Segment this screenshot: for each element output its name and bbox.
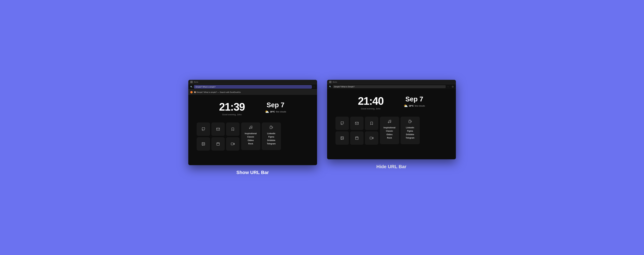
weather-icon-right: ⛅ bbox=[404, 104, 408, 108]
app-tile-image-right[interactable] bbox=[336, 131, 349, 145]
social-playlist-items-left: Linkedin Figma Dribbble Telegram bbox=[267, 132, 276, 145]
app-tile-github-left[interactable] bbox=[197, 122, 210, 136]
left-caption: Show URL Bar bbox=[236, 170, 269, 175]
browser-logo-left bbox=[190, 81, 193, 83]
newtab-header-right: 21:40 Good evening, John Sep 7 ⛅ 19°C fe… bbox=[336, 96, 448, 110]
playlist-item-figma-left: Figma bbox=[268, 136, 274, 138]
app-icons-grid-left bbox=[197, 122, 240, 151]
clock-section-right: 21:40 Good evening, John bbox=[358, 96, 384, 110]
browser-urlbar-right[interactable]: 🔍 Simple? What is Simple? → ⚙ bbox=[327, 84, 456, 89]
svg-marker-6 bbox=[233, 143, 234, 145]
playlist-tile-social-left[interactable]: Linkedin Figma Dribbble Telegram bbox=[262, 122, 281, 150]
newtab-content-right: 21:40 Good evening, John Sep 7 ⛅ 19°C fe… bbox=[327, 89, 456, 159]
app-icons-grid-right bbox=[336, 117, 378, 145]
music-playlist-items-right: Inspirational Classic Oldies Rock bbox=[384, 126, 395, 139]
svg-marker-19 bbox=[372, 137, 373, 139]
search-icon-left: 🔍 bbox=[190, 86, 193, 88]
cup-icon-right bbox=[408, 120, 412, 124]
app-tile-bookmark-right[interactable] bbox=[365, 117, 378, 130]
right-caption: Hide URL Bar bbox=[376, 164, 406, 169]
app-grid-area-left: Inspirational Classic Oldies Rock bbox=[197, 122, 309, 151]
playlist-tiles-left: Inspirational Classic Oldies Rock bbox=[241, 122, 281, 150]
url-arrow-right: → bbox=[447, 86, 449, 88]
app-grid-area-right: Inspirational Classic Oldies Rock bbox=[336, 117, 448, 145]
dropdown-item-left[interactable]: 🍱 Simple? What is simple? — Search with … bbox=[188, 90, 317, 94]
playlist-item-classic-left: Classic bbox=[247, 136, 254, 138]
app-tile-calendar-left[interactable] bbox=[212, 137, 225, 151]
playlist-item-linkedin-right: Linkedin bbox=[406, 126, 414, 129]
clock-greeting-left: Good evening, John bbox=[219, 113, 245, 116]
clock-time-right: 21:40 bbox=[358, 96, 384, 106]
music-icon-left bbox=[249, 125, 252, 130]
weather-icon-left: ⛅ bbox=[265, 110, 269, 114]
playlist-item-inspirational-right: Inspirational bbox=[384, 126, 395, 129]
svg-rect-7 bbox=[231, 143, 233, 145]
browser-dropdown-left: 🍱 Simple? What is simple? — Search with … bbox=[188, 89, 317, 95]
newtab-header-left: 21:39 Good evening, John Sep 7 ⛅ 19°C fe… bbox=[197, 102, 309, 116]
playlist-item-telegram-left: Telegram bbox=[267, 143, 276, 145]
app-tile-image-left[interactable] bbox=[197, 137, 210, 151]
svg-point-8 bbox=[249, 128, 250, 129]
weather-section-left: Sep 7 ⛅ 19°C few clouds bbox=[265, 102, 286, 114]
hide-url-bar-section: Bento 🔍 Simple? What is Simple? → ⚙ 21:4… bbox=[327, 80, 456, 169]
playlist-item-figma-right: Figma bbox=[407, 130, 413, 132]
playlist-item-dribbble-right: Dribbble bbox=[406, 133, 414, 136]
app-tile-mail-right[interactable] bbox=[350, 117, 364, 130]
playlist-item-dribbble-left: Dribbble bbox=[267, 139, 276, 142]
app-tile-mail-left[interactable] bbox=[212, 122, 225, 136]
weather-info-left: ⛅ 19°C few clouds bbox=[265, 110, 286, 114]
show-url-bar-section: Bento 🔍 Simple? What is simple? → 🍱 Simp… bbox=[188, 80, 317, 175]
search-icon-right: 🔍 bbox=[329, 86, 332, 88]
social-playlist-items-right: Linkedin Figma Dribbble Telegram bbox=[406, 126, 414, 139]
playlist-item-rock-right: Rock bbox=[387, 137, 392, 139]
url-arrow-left: → bbox=[313, 86, 315, 88]
playlist-item-oldies-left: Oldies bbox=[248, 139, 254, 142]
playlist-item-oldies-right: Oldies bbox=[386, 133, 393, 136]
weather-temp-right: 19°C bbox=[409, 105, 414, 107]
browser-logo-right bbox=[329, 81, 332, 83]
weather-info-right: ⛅ 19°C few clouds bbox=[404, 104, 425, 108]
clock-greeting-right: Good evening, John bbox=[358, 107, 384, 110]
weather-section-right: Sep 7 ⛅ 19°C few clouds bbox=[404, 96, 425, 108]
browser-titlebar-left: Bento bbox=[188, 80, 317, 84]
titlebar-text-left: Bento bbox=[194, 81, 198, 83]
titlebar-text-right: Bento bbox=[333, 81, 337, 83]
playlist-item-classic-right: Classic bbox=[386, 130, 393, 132]
svg-point-21 bbox=[388, 122, 389, 123]
dropdown-text-left: 🍱 Simple? What is simple? — Search with … bbox=[194, 91, 241, 93]
app-tile-calendar-right[interactable] bbox=[350, 131, 364, 145]
weather-date-left: Sep 7 bbox=[265, 102, 286, 108]
weather-desc-right: few clouds bbox=[415, 105, 425, 107]
weather-date-right: Sep 7 bbox=[404, 96, 425, 102]
clock-time-left: 21:39 bbox=[219, 102, 245, 112]
playlist-item-telegram-right: Telegram bbox=[406, 137, 414, 139]
svg-rect-15 bbox=[355, 137, 358, 140]
svg-point-22 bbox=[390, 122, 391, 123]
playlist-item-rock-left: Rock bbox=[248, 143, 253, 145]
browser-window-right: Bento 🔍 Simple? What is Simple? → ⚙ 21:4… bbox=[327, 80, 456, 159]
weather-temp-left: 19°C bbox=[270, 110, 275, 113]
url-input-left[interactable]: Simple? What is simple? bbox=[194, 85, 312, 89]
playlist-item-inspirational-left: Inspirational bbox=[245, 132, 256, 135]
playlist-tile-music-right[interactable]: Inspirational Classic Oldies Rock bbox=[380, 117, 399, 144]
url-text-right: Simple? What is Simple? bbox=[334, 86, 354, 88]
settings-gear-icon[interactable]: ⚙ bbox=[452, 85, 454, 88]
music-icon-right bbox=[388, 120, 391, 124]
url-input-right[interactable]: Simple? What is Simple? bbox=[333, 85, 446, 88]
playlist-tile-social-right[interactable]: Linkedin Figma Dribbble Telegram bbox=[400, 117, 420, 144]
svg-point-9 bbox=[251, 127, 252, 129]
app-tile-video-left[interactable] bbox=[226, 137, 240, 151]
browser-titlebar-right: Bento bbox=[327, 80, 456, 84]
music-playlist-items-left: Inspirational Classic Oldies Rock bbox=[245, 132, 256, 145]
newtab-content-left: 21:39 Good evening, John Sep 7 ⛅ 19°C fe… bbox=[188, 95, 317, 165]
app-tile-github-right[interactable] bbox=[336, 117, 349, 130]
weather-desc-left: few clouds bbox=[276, 110, 286, 113]
app-tile-video-right[interactable] bbox=[365, 131, 378, 145]
app-tile-bookmark-left[interactable] bbox=[226, 122, 240, 136]
browser-urlbar-left[interactable]: 🔍 Simple? What is simple? → bbox=[188, 84, 317, 89]
clock-section-left: 21:39 Good evening, John bbox=[219, 102, 245, 116]
browser-window-left: Bento 🔍 Simple? What is simple? → 🍱 Simp… bbox=[188, 80, 317, 165]
url-text-left: Simple? What is simple? bbox=[196, 86, 216, 88]
playlist-item-linkedin-left: Linkedin bbox=[267, 132, 275, 135]
playlist-tile-music-left[interactable]: Inspirational Classic Oldies Rock bbox=[241, 122, 260, 150]
